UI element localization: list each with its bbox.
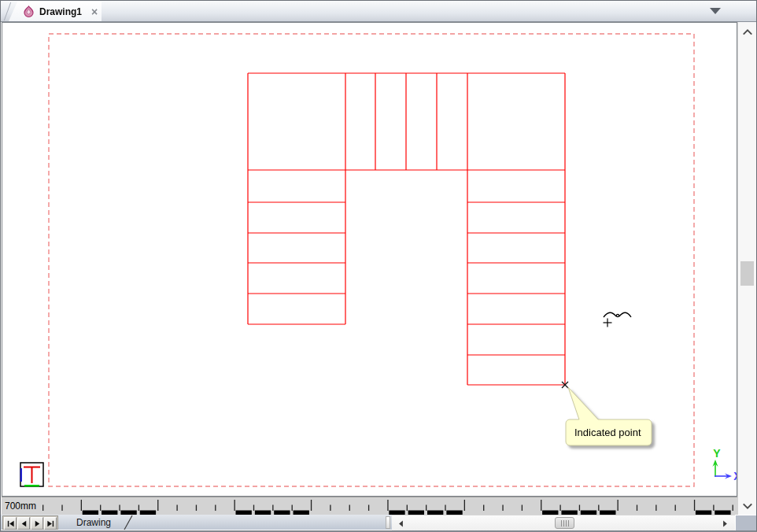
vertical-scrollbar-thumb[interactable] — [740, 261, 754, 286]
tab-label: Drawing1 — [39, 6, 82, 17]
vertical-scrollbar[interactable] — [737, 22, 756, 515]
sheet-tab-drawing[interactable]: Drawing — [56, 515, 131, 530]
axis-indicator: Y X — [713, 447, 737, 482]
origin-symbol — [20, 463, 43, 486]
sheet-tab-slant — [124, 515, 133, 530]
horizontal-scrollbar-thumb[interactable] — [555, 517, 574, 529]
ruler-ticks — [2, 497, 737, 515]
tab-drawing1[interactable]: Drawing1 × — [9, 2, 102, 21]
cursor-crosshair — [604, 312, 632, 327]
sheet-nav-prev-button[interactable] — [17, 517, 30, 530]
sheet-bar: Drawing — [1, 515, 756, 530]
sheet-nav-group — [2, 515, 58, 530]
tab-strip-divider — [4, 2, 11, 20]
tooltip-text: Indicated point — [574, 427, 641, 438]
scroll-down-icon[interactable] — [740, 501, 755, 512]
scale-ruler: 700mm — [2, 497, 737, 515]
app-window: Drawing1 × Indicated poi — [0, 0, 757, 532]
document-icon — [23, 6, 35, 18]
scroll-up-icon[interactable] — [740, 26, 755, 37]
sheet-nav-last-button[interactable] — [44, 517, 57, 530]
horizontal-scrollbar[interactable] — [392, 515, 735, 530]
point-tooltip: Indicated point — [566, 387, 652, 445]
stair-drawing[interactable] — [248, 73, 565, 385]
scrollbar-corner — [735, 515, 756, 530]
tab-list-dropdown-icon[interactable] — [710, 8, 721, 14]
x-axis-label: X — [733, 470, 737, 482]
hscroll-right-icon[interactable] — [719, 518, 730, 529]
y-axis-label: Y — [713, 447, 721, 460]
sheet-tab-label: Drawing — [76, 517, 111, 528]
document-tabbar: Drawing1 × — [1, 1, 756, 22]
tab-scroll-splitter[interactable] — [386, 516, 390, 529]
hscroll-left-icon[interactable] — [395, 518, 406, 529]
drawing-canvas[interactable]: Indicated point Y X — [2, 22, 737, 497]
close-tab-icon[interactable]: × — [91, 7, 98, 17]
sheet-nav-first-button[interactable] — [4, 517, 17, 530]
sheet-nav-next-button[interactable] — [31, 517, 43, 530]
